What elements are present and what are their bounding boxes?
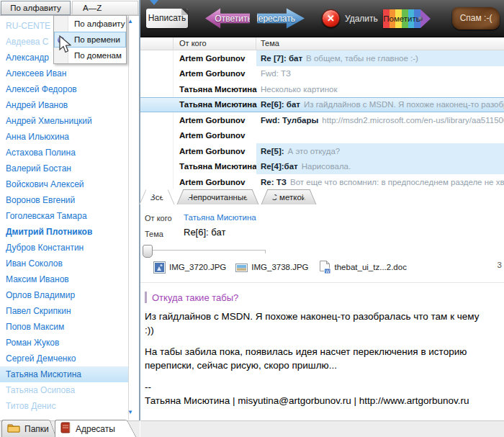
flag-cell	[140, 81, 174, 97]
contact-item[interactable]: Роман Жуков	[0, 335, 128, 351]
address-book-icon	[60, 422, 71, 436]
attachment-slider-track[interactable]	[143, 250, 266, 251]
mail-from: Татьяна Мисютина	[174, 159, 256, 175]
spam-button[interactable]: Спам :-(	[452, 7, 500, 30]
contact-item[interactable]: Сергей Демченко	[0, 351, 128, 366]
body-separator	[140, 282, 504, 283]
quoted-subject: Откуда такие табы?	[145, 292, 238, 303]
sort-mode-button[interactable]: По алфавиту	[1, 1, 71, 15]
mail-from: Artem Gorbunov	[174, 112, 256, 128]
mail-subject-title: Fwd: Тулбары	[261, 116, 318, 125]
mail-subject-title: Fwd: ТЗ	[261, 69, 291, 78]
contact-item[interactable]: Валерий Бостан	[0, 161, 128, 176]
mail-list-header: От кого Тема	[140, 37, 504, 50]
flag-cell	[140, 143, 174, 159]
contact-item[interactable]: Павел Скрипкин	[0, 303, 128, 319]
mail-row[interactable]: Artem GorbunovRe: ТЗВот еще что вспомнил…	[140, 174, 504, 190]
contact-item[interactable]: Титов Денис	[0, 398, 128, 414]
page-fold-icon	[181, 9, 188, 15]
mail-row[interactable]: Artem GorbunovRe[5]:А это откуда?	[140, 143, 504, 159]
filter-tab-label: Непрочитанные	[185, 189, 251, 204]
mail-subject: Fwd: ТЗ	[256, 66, 504, 82]
attachment-slider-thumb[interactable]	[143, 245, 153, 258]
contact-item[interactable]: Татьяна Осипова	[0, 382, 128, 398]
reply-button[interactable]: Ответить	[205, 8, 250, 29]
attachment-item[interactable]: IMG_3720.JPG	[153, 261, 226, 274]
slider-end-tick	[265, 250, 266, 253]
tab-label: Адресаты	[76, 424, 115, 434]
mail-row[interactable]: Татьяна МисютинаRe[4]:батНарисовала.	[140, 159, 504, 175]
mail-subject-preview: А это откуда?	[288, 147, 341, 156]
app-window: По алфавиту A—Z RU-CENTEАвдеева САлексан…	[0, 0, 504, 437]
image-portrait-icon	[153, 261, 166, 274]
mail-row[interactable]: Artem GorbunovRe [7]: батВ общем, табы н…	[140, 50, 504, 66]
mail-from: Artem Gorbunov	[174, 143, 256, 159]
contact-item[interactable]: Алексеев Иван	[0, 66, 128, 81]
contact-item[interactable]: Анна Ильюхина	[0, 129, 128, 145]
contact-item[interactable]: Дмитрий Плотников	[0, 224, 128, 240]
contact-item[interactable]: Воронов Евгений	[0, 192, 128, 208]
mail-row[interactable]: Татьяна МисютинаRe[6]: батИз гайдлайнов …	[140, 97, 504, 113]
mail-row[interactable]: Artem Gorbunov	[140, 128, 504, 144]
mail-row[interactable]: Татьяна МисютинаНесколько картинок	[140, 81, 504, 97]
mail-subject-title: Re: ТЗ	[261, 178, 287, 186]
sidebar-header: По алфавиту A—Z	[0, 0, 140, 16]
status-bar	[140, 420, 504, 437]
mail-row[interactable]: Artem GorbunovFwd: Тулбарыhttp://msdn2.m…	[140, 112, 504, 128]
scroll-up-icon[interactable]: ▲	[127, 18, 136, 24]
flag-label: Пометить	[383, 9, 420, 28]
sidebar-tab-contacts[interactable]: Адресаты	[55, 420, 124, 437]
mail-from: Татьяна Мисютина	[174, 81, 256, 97]
flag-dot-icon	[418, 17, 423, 21]
mail-subject-preview: Вот еще что вспомнил: в предпоследнем ра…	[290, 178, 504, 186]
mail-subject: Несколько картинок	[256, 81, 504, 97]
flag-cell	[140, 98, 174, 112]
from-column-header[interactable]: От кого	[174, 37, 256, 50]
contact-item[interactable]: Алексей Федоров	[0, 81, 128, 97]
flag-button[interactable]: Пометить	[383, 9, 420, 28]
flag-cell	[140, 128, 174, 144]
scroll-down-icon[interactable]: ▼	[127, 409, 136, 415]
sort-order-dropdown-arrow-icon[interactable]	[150, 0, 158, 5]
sort-order-button[interactable]: A—Z	[72, 1, 138, 15]
contact-item[interactable]: Андрей Хмельницкий	[0, 113, 128, 129]
filter-tab-active[interactable]: Все	[141, 189, 173, 204]
contact-item[interactable]: Иван Соколов	[0, 256, 128, 271]
attachment-item[interactable]: IMG_3738.JPG	[235, 261, 308, 274]
mail-subject-preview: Нарисовала.	[302, 162, 351, 171]
attachment-item[interactable]: Wthebat_ui_tz...2.doc	[318, 260, 407, 274]
contact-item[interactable]: Орлов Владимир	[0, 287, 128, 303]
subject-column-header[interactable]: Тема	[256, 37, 504, 50]
sidebar-tab-folders[interactable]: Папки	[1, 420, 48, 437]
contact-item[interactable]: Дубров Константин	[0, 240, 128, 256]
preview-subject-label: Тема	[145, 230, 163, 238]
sort-menu-item[interactable]: По алфавиту	[54, 16, 126, 32]
contact-item[interactable]: Максим Иванов	[0, 271, 128, 287]
mail-subject-preview: В общем, табы не главное :-)	[306, 54, 418, 63]
main-toolbar: Написать Ответить Переслать ✕ Удалить По…	[140, 0, 504, 37]
body-paragraph: -- Татьяна Мисютина | misyutina@artgorbu…	[145, 380, 492, 407]
compose-button[interactable]: Написать	[146, 9, 188, 28]
flag-cell	[140, 159, 174, 175]
filter-tab-inactive[interactable]: С меткой	[263, 189, 315, 204]
mail-subject: Re[5]:А это откуда?	[256, 143, 504, 159]
contact-item[interactable]: Гоголевская Тамара	[0, 208, 128, 224]
mail-subject: Re[4]:батНарисовала.	[256, 159, 504, 175]
contact-item[interactable]: Астахова Полина	[0, 145, 128, 161]
contact-item[interactable]: Войскович Алексей	[0, 176, 128, 192]
delete-button[interactable]: ✕ Удалить	[322, 9, 378, 27]
menu-gutter	[54, 16, 68, 32]
message-preview-pane: От кого Татьяна Мисютина Тема Re[6]: бат…	[140, 204, 504, 420]
mail-from: Artem Gorbunov	[174, 50, 256, 66]
mail-subject-title: Re[6]: бат	[261, 100, 300, 109]
filter-tab-inactive[interactable]: Непрочитанные	[179, 189, 257, 204]
mail-subject: Re: ТЗВот еще что вспомнил: в предпослед…	[256, 174, 504, 190]
contact-item[interactable]: Попов Максим	[0, 319, 128, 335]
contact-item[interactable]: Татьяна Мисютина	[0, 366, 128, 382]
flag-column-header[interactable]	[140, 37, 174, 50]
mail-row[interactable]: Artem GorbunovFwd: ТЗ	[140, 66, 504, 82]
preview-from-value[interactable]: Татьяна Мисютина	[184, 213, 256, 222]
forward-button[interactable]: Переслать	[257, 8, 305, 29]
contact-list: RU-CENTEАвдеева САлександрАлексеев ИванА…	[0, 16, 128, 419]
contact-item[interactable]: Андрей Иванов	[0, 97, 128, 113]
